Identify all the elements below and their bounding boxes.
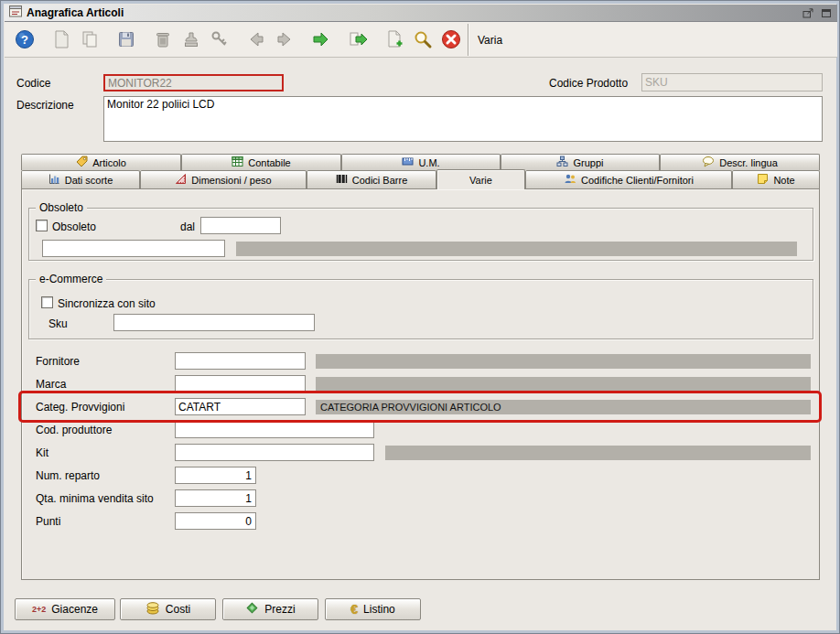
toolbar: ? Varia [5,22,837,58]
listino-button[interactable]: € Listino [325,598,421,620]
euro-icon: € [350,602,358,617]
add-document-button[interactable] [382,27,407,52]
num-reparto-label: Num. reparto [36,469,100,482]
save-button[interactable] [113,27,139,52]
next-record-button[interactable] [272,27,297,52]
cod-produttore-input[interactable] [175,421,374,438]
tab-note[interactable]: Note [732,170,820,188]
import-icon [311,29,331,49]
giacenze-button[interactable]: 2+2 Giacenze [15,598,115,620]
categ-provvigioni-description-bar: CATEGORIA PROVVIGIONI ARTICOLO [316,400,811,414]
new-document-button[interactable] [48,27,74,52]
ecommerce-legend: e-Commerce [36,273,106,285]
anagrafica-articoli-window: Anagrafica Articoli ? Varia Codice [0,0,840,634]
search-icon [413,29,433,49]
descrizione-textarea[interactable]: Monitor 22 poliici LCD [103,96,823,142]
sku-input[interactable] [113,314,315,331]
tab-um[interactable]: U.M. [341,154,501,170]
key-icon [210,29,230,49]
tab-codifiche-clienti-fornitori[interactable]: Codifiche Clienti/Fornitori [525,170,732,188]
kit-description-bar [385,446,811,460]
help-icon: ? [15,29,35,49]
tab-descr-lingua[interactable]: Descr. lingua [660,154,820,170]
help-button[interactable]: ? [12,27,38,52]
dal-input[interactable] [200,217,281,234]
barcode-icon [336,173,348,187]
sku-label: Sku [48,317,68,330]
fornitore-description-bar [316,354,811,369]
clients-icon [564,173,576,187]
dal-label: dal [180,220,195,233]
categ-provvigioni-input[interactable] [175,398,306,415]
obsoleto-checkbox[interactable] [36,220,48,231]
delete-button[interactable] [150,27,176,52]
sincronizza-checkbox[interactable] [41,296,53,308]
status-area: Varia [468,24,834,56]
export-icon [348,29,368,49]
key-button[interactable] [207,27,232,52]
prev-record-icon [246,29,266,49]
cancel-button[interactable] [438,27,464,52]
stamp-icon [181,29,201,49]
stock-icon [48,173,60,187]
codice-prodotto-input[interactable] [641,73,823,91]
codice-prodotto-label: Codice Prodotto [549,77,628,90]
qta-minima-input[interactable] [175,489,256,507]
add-document-icon [384,29,404,49]
qta-minima-label: Qta. minima vendita sito [36,492,154,505]
marca-label: Marca [36,378,66,391]
costi-button[interactable]: Costi [120,598,216,620]
stamp-button[interactable] [178,27,204,52]
table-icon [232,156,243,169]
tab-codici-barre[interactable]: Codici Barre [307,170,436,188]
tag-icon [76,156,88,169]
new-document-icon [51,29,71,49]
tab-dati-scorte[interactable]: Dati scorte [21,170,140,188]
titlebar: Anagrafica Articoli [5,5,837,22]
groups-icon [556,156,568,169]
svg-text:?: ? [21,33,28,47]
punti-label: Punti [36,515,60,528]
dimensions-icon [175,173,187,187]
tab-varie[interactable]: Varie [436,169,525,189]
obsoleto-legend: Obsoleto [36,201,87,214]
cancel-icon [441,29,461,49]
punti-input[interactable] [175,512,256,530]
import-button[interactable] [308,27,334,52]
coins-icon [145,602,160,618]
prezzi-button[interactable]: Prezzi [222,598,318,620]
codice-input[interactable] [103,74,284,91]
sum-icon: 2+2 [32,605,46,614]
duplicate-icon [80,29,100,49]
tab-dimensioni-peso[interactable]: Dimensioni / peso [140,170,307,188]
window-icon [9,5,22,20]
num-reparto-input[interactable] [175,467,256,484]
kit-input[interactable] [175,444,374,461]
maximize-window-icon[interactable] [819,6,833,19]
tab-contabile[interactable]: Contabile [181,154,341,170]
fornitore-input[interactable] [175,352,306,370]
tab-gruppi[interactable]: Gruppi [501,154,660,170]
tab-articolo[interactable]: Articolo [21,154,181,170]
varia-status-label: Varia [478,34,502,47]
sincronizza-label: Sincronizza con sito [58,297,156,310]
marca-description-bar [316,377,811,392]
note-icon [757,173,769,187]
cod-produttore-label: Cod. produttore [36,424,112,436]
obsoleto-code-input[interactable] [42,240,225,257]
marca-input[interactable] [175,375,306,392]
duplicate-button[interactable] [77,27,102,52]
float-window-icon[interactable] [801,6,814,19]
next-record-icon [275,29,295,49]
export-button[interactable] [345,27,371,52]
window-title: Anagrafica Articoli [27,6,124,19]
prev-record-button[interactable] [243,27,269,52]
save-icon [116,29,136,49]
fornitore-label: Fornitore [36,355,80,368]
search-button[interactable] [410,27,436,52]
delete-icon [153,29,173,49]
categ-provvigioni-label: Categ. Provvigioni [36,401,124,414]
obsoleto-description-bar [236,242,797,256]
language-icon [702,156,715,169]
kit-label: Kit [36,446,48,459]
